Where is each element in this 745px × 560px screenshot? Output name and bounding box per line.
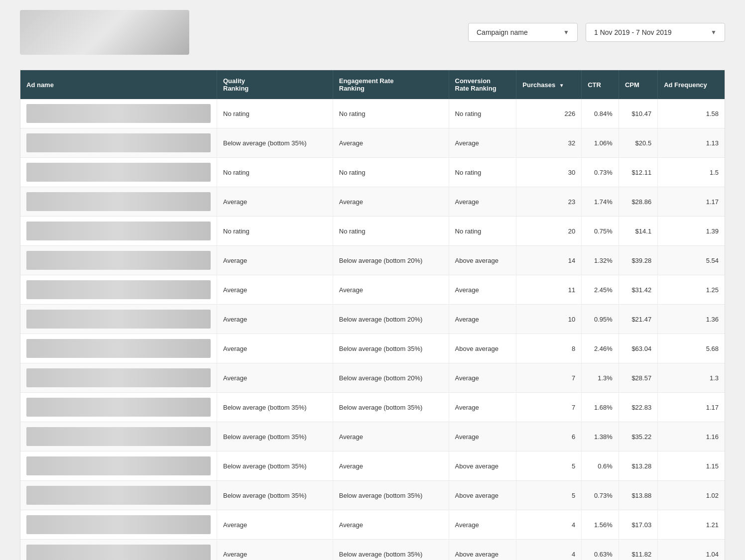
date-range-dropdown-arrow: ▼ — [711, 29, 717, 36]
conversion-rate-ranking-cell: Average — [449, 510, 516, 540]
ad-thumbnail — [26, 515, 211, 534]
col-header-ctr: CTR — [582, 70, 619, 99]
cpm-cell: $17.03 — [619, 510, 657, 540]
conversion-rate-ranking-cell: Average — [449, 187, 516, 217]
purchases-cell: 14 — [516, 246, 582, 275]
table-row: AverageAverageAverage231.74%$28.861.17 — [20, 187, 725, 217]
purchases-cell: 4 — [516, 540, 582, 560]
ctr-cell: 0.73% — [582, 481, 619, 510]
ad-frequency-cell: 1.3 — [658, 363, 725, 393]
ad-frequency-cell: 1.25 — [658, 275, 725, 305]
ad-name-cell — [20, 187, 217, 217]
ad-thumbnail — [26, 222, 211, 240]
cpm-cell: $11.82 — [619, 540, 657, 560]
cpm-cell: $13.88 — [619, 481, 657, 510]
ad-name-cell — [20, 481, 217, 510]
table-row: AverageBelow average (bottom 35%)Above a… — [20, 334, 725, 363]
ad-frequency-cell: 1.58 — [658, 99, 725, 128]
cpm-cell: $63.04 — [619, 334, 657, 363]
quality-ranking-cell: Average — [217, 510, 333, 540]
conversion-rate-ranking-cell: Average — [449, 305, 516, 334]
purchases-cell: 7 — [516, 393, 582, 422]
quality-ranking-cell: Below average (bottom 35%) — [217, 128, 333, 158]
cpm-cell: $21.47 — [619, 305, 657, 334]
table-row: No ratingNo ratingNo rating200.75%$14.11… — [20, 217, 725, 246]
purchases-cell: 23 — [516, 187, 582, 217]
table-row: AverageBelow average (bottom 20%)Average… — [20, 363, 725, 393]
quality-ranking-cell: Average — [217, 540, 333, 560]
date-range-label: 1 Nov 2019 - 7 Nov 2019 — [594, 28, 672, 36]
conversion-rate-ranking-cell: Average — [449, 363, 516, 393]
ctr-cell: 1.74% — [582, 187, 619, 217]
quality-ranking-cell: Average — [217, 305, 333, 334]
ad-frequency-cell: 5.54 — [658, 246, 725, 275]
conversion-rate-ranking-cell: Average — [449, 275, 516, 305]
quality-ranking-cell: Below average (bottom 35%) — [217, 393, 333, 422]
ctr-cell: 1.32% — [582, 246, 619, 275]
col-header-quality-ranking: QualityRanking — [217, 70, 333, 99]
conversion-rate-ranking-cell: Average — [449, 393, 516, 422]
table-row: AverageBelow average (bottom 20%)Average… — [20, 305, 725, 334]
conversion-rate-ranking-cell: Above average — [449, 481, 516, 510]
ad-thumbnail — [26, 163, 211, 182]
conversion-rate-ranking-cell: Above average — [449, 334, 516, 363]
col-header-purchases[interactable]: Purchases ▼ — [516, 70, 582, 99]
table-header-row: Ad name QualityRanking Engagement RateRa… — [20, 70, 725, 99]
logo-placeholder — [20, 10, 189, 55]
cpm-cell: $14.1 — [619, 217, 657, 246]
engagement-rate-ranking-cell: Below average (bottom 20%) — [333, 246, 449, 275]
table-row: Below average (bottom 35%)Below average … — [20, 481, 725, 510]
engagement-rate-ranking-cell: Average — [333, 275, 449, 305]
campaign-dropdown-arrow: ▼ — [563, 29, 569, 36]
ad-thumbnail — [26, 192, 211, 211]
ad-frequency-cell: 1.36 — [658, 305, 725, 334]
ad-name-cell — [20, 451, 217, 481]
ad-frequency-cell: 1.02 — [658, 481, 725, 510]
ad-name-cell — [20, 217, 217, 246]
quality-ranking-cell: Average — [217, 246, 333, 275]
quality-ranking-cell: Average — [217, 187, 333, 217]
cpm-cell: $31.42 — [619, 275, 657, 305]
ad-frequency-cell: 1.21 — [658, 510, 725, 540]
ad-name-cell — [20, 540, 217, 560]
ctr-cell: 0.95% — [582, 305, 619, 334]
table-row: Below average (bottom 35%)AverageAverage… — [20, 128, 725, 158]
engagement-rate-ranking-cell: Average — [333, 451, 449, 481]
engagement-rate-ranking-cell: No rating — [333, 217, 449, 246]
purchases-cell: 7 — [516, 363, 582, 393]
cpm-cell: $39.28 — [619, 246, 657, 275]
col-header-engagement-rate-ranking: Engagement RateRanking — [333, 70, 449, 99]
ad-name-cell — [20, 363, 217, 393]
campaign-dropdown[interactable]: Campaign name ▼ — [468, 23, 578, 42]
conversion-rate-ranking-cell: Average — [449, 128, 516, 158]
top-controls: Campaign name ▼ 1 Nov 2019 - 7 Nov 2019 … — [468, 23, 725, 42]
conversion-rate-ranking-cell: Above average — [449, 451, 516, 481]
ad-frequency-cell: 1.04 — [658, 540, 725, 560]
top-area: Campaign name ▼ 1 Nov 2019 - 7 Nov 2019 … — [0, 0, 745, 65]
purchases-cell: 20 — [516, 217, 582, 246]
date-range-dropdown[interactable]: 1 Nov 2019 - 7 Nov 2019 ▼ — [586, 23, 725, 42]
ad-frequency-cell: 1.17 — [658, 187, 725, 217]
purchases-cell: 32 — [516, 128, 582, 158]
engagement-rate-ranking-cell: Below average (bottom 20%) — [333, 305, 449, 334]
purchases-cell: 10 — [516, 305, 582, 334]
purchases-cell: 11 — [516, 275, 582, 305]
ad-thumbnail — [26, 310, 211, 329]
ctr-cell: 0.73% — [582, 158, 619, 187]
quality-ranking-cell: No rating — [217, 99, 333, 128]
ad-name-cell — [20, 422, 217, 451]
ad-frequency-cell: 1.39 — [658, 217, 725, 246]
ad-thumbnail — [26, 133, 211, 152]
quality-ranking-cell: No rating — [217, 158, 333, 187]
conversion-rate-ranking-cell: No rating — [449, 99, 516, 128]
ad-performance-table: Ad name QualityRanking Engagement RateRa… — [20, 70, 725, 560]
quality-ranking-cell: Below average (bottom 35%) — [217, 481, 333, 510]
quality-ranking-cell: Below average (bottom 35%) — [217, 422, 333, 451]
ad-thumbnail — [26, 280, 211, 299]
quality-ranking-cell: Average — [217, 334, 333, 363]
engagement-rate-ranking-cell: Average — [333, 510, 449, 540]
conversion-rate-ranking-cell: Above average — [449, 540, 516, 560]
purchases-cell: 226 — [516, 99, 582, 128]
table-row: Below average (bottom 35%)AverageAverage… — [20, 422, 725, 451]
purchases-cell: 30 — [516, 158, 582, 187]
